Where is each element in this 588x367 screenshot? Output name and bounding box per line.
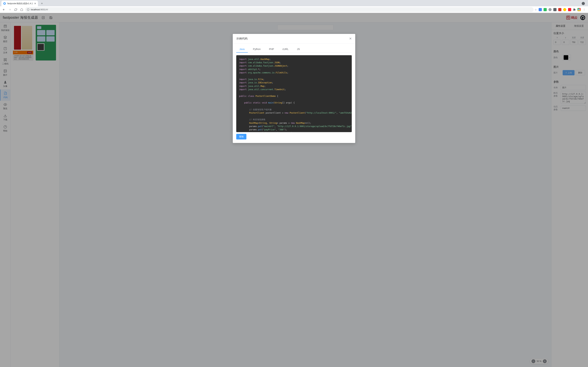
tab-bar: fastposter海报生成器v1.4.1 ✕ +: [0, 0, 588, 6]
browser-tab[interactable]: fastposter海报生成器v1.4.1 ✕: [1, 1, 38, 6]
modal-header: 示例代码 ✕: [233, 34, 355, 43]
browser-menu-button[interactable]: ⋮: [582, 7, 587, 12]
code-tab-php[interactable]: PHP: [266, 46, 277, 53]
chrome-profile-icon[interactable]: [578, 8, 581, 11]
copy-button[interactable]: 复制: [236, 134, 246, 140]
browser-chrome: fastposter海报生成器v1.4.1 ✕ + localhost:9001…: [0, 0, 588, 13]
opera-extension-icon[interactable]: [568, 8, 571, 11]
code-block[interactable]: import java.util.HashMap; import com.ali…: [236, 55, 352, 132]
code-tab-curl[interactable]: cURL: [279, 46, 292, 53]
back-button[interactable]: [1, 7, 6, 12]
forward-button[interactable]: [7, 7, 12, 12]
code-tab-python[interactable]: Python: [250, 46, 264, 53]
extension-icon[interactable]: [563, 8, 566, 11]
form-extension-icon[interactable]: [558, 8, 562, 11]
window-control-icon[interactable]: [582, 2, 585, 5]
modal-close-button[interactable]: ✕: [349, 37, 352, 41]
modal-mask[interactable]: 示例代码 ✕ Java Python PHP cURL JS import ja…: [0, 13, 588, 367]
browser-toolbar: localhost:9001/#/ ☆ ⋮: [0, 6, 588, 13]
extension-icons: ☆: [535, 8, 581, 11]
extensions-button[interactable]: [573, 8, 576, 11]
svg-rect-1: [4, 3, 5, 4]
camera-extension-icon[interactable]: [553, 8, 556, 11]
modal-title: 示例代码: [236, 37, 247, 41]
url-text: localhost:9001/#/: [31, 8, 48, 11]
tab-title: fastposter海报生成器v1.4.1: [7, 2, 33, 5]
evernote-extension-icon[interactable]: [544, 8, 547, 11]
reload-button[interactable]: [13, 7, 18, 12]
translate-extension-icon[interactable]: [539, 8, 542, 11]
home-button[interactable]: [19, 7, 24, 12]
address-bar[interactable]: localhost:9001/#/: [25, 7, 534, 12]
star-icon[interactable]: ☆: [535, 8, 537, 11]
extension-icon[interactable]: [548, 8, 552, 11]
code-modal: 示例代码 ✕ Java Python PHP cURL JS import ja…: [233, 34, 355, 143]
code-tabs: Java Python PHP cURL JS: [236, 46, 352, 53]
modal-body: Java Python PHP cURL JS import java.util…: [233, 43, 355, 143]
new-tab-button[interactable]: +: [39, 1, 44, 6]
info-icon: [27, 8, 29, 11]
app: fastposter 海报生成器 G码云 我的海报 图层 T文本 二维码 图片 …: [0, 13, 588, 367]
code-tab-java[interactable]: Java: [236, 46, 248, 53]
tab-close-icon[interactable]: ✕: [34, 2, 36, 5]
code-tab-js[interactable]: JS: [294, 46, 303, 53]
favicon-icon: [3, 2, 6, 5]
